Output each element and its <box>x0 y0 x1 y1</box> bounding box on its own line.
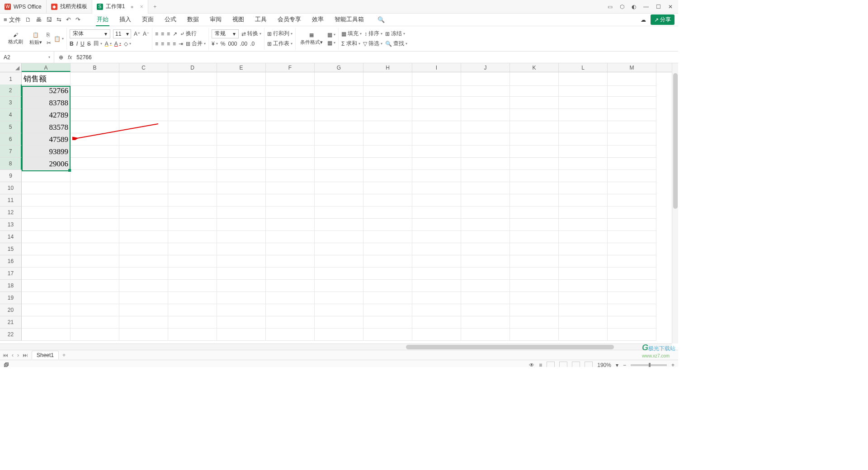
cell[interactable] <box>315 243 363 255</box>
cell[interactable] <box>461 219 510 231</box>
cell[interactable] <box>510 194 559 207</box>
tab-view[interactable]: 视图 <box>231 14 245 26</box>
cell[interactable] <box>315 316 363 329</box>
cell[interactable] <box>412 207 461 219</box>
row-header[interactable]: 6 <box>0 133 22 146</box>
cell[interactable] <box>315 329 363 341</box>
freeze-button[interactable]: ⊞冻结▾ <box>385 30 405 38</box>
font-color-button[interactable]: A▾ <box>114 41 121 47</box>
align-top-button[interactable]: ≡ <box>155 31 158 37</box>
cell[interactable] <box>363 133 412 146</box>
cell[interactable] <box>71 231 119 243</box>
cell[interactable] <box>119 231 168 243</box>
view-break-button[interactable] <box>572 362 580 367</box>
row-header[interactable]: 7 <box>0 146 22 158</box>
cell[interactable] <box>168 292 217 304</box>
cell[interactable] <box>608 231 656 243</box>
cell[interactable] <box>510 329 559 341</box>
cell[interactable] <box>22 292 71 304</box>
cell[interactable] <box>217 292 266 304</box>
cell[interactable] <box>363 170 412 182</box>
row-header[interactable]: 10 <box>0 182 22 194</box>
cell[interactable] <box>363 280 412 292</box>
cell[interactable] <box>412 316 461 329</box>
cell[interactable] <box>510 109 559 121</box>
cell[interactable]: 销售额 <box>22 72 71 86</box>
cell[interactable] <box>608 292 656 304</box>
cell[interactable] <box>559 194 608 207</box>
indent-button[interactable]: ⇥ <box>179 41 183 47</box>
cell[interactable] <box>71 268 119 280</box>
cell[interactable] <box>461 243 510 255</box>
cell[interactable] <box>71 97 119 109</box>
cell[interactable] <box>22 194 71 207</box>
row-header[interactable]: 9 <box>0 170 22 182</box>
share-button[interactable]: ↗ 分享 <box>651 14 675 25</box>
cell[interactable] <box>217 85 266 97</box>
cell[interactable] <box>363 329 412 341</box>
print-icon[interactable]: 🖶 <box>36 16 42 23</box>
cell[interactable] <box>608 243 656 255</box>
cell[interactable] <box>363 316 412 329</box>
cell[interactable] <box>608 219 656 231</box>
cell[interactable] <box>315 133 363 146</box>
cell[interactable] <box>510 280 559 292</box>
row-header[interactable]: 17 <box>0 268 22 280</box>
cell[interactable] <box>315 292 363 304</box>
cell[interactable] <box>119 133 168 146</box>
cell[interactable] <box>559 243 608 255</box>
column-header[interactable]: F <box>266 63 315 72</box>
cell[interactable] <box>266 268 315 280</box>
cell[interactable] <box>363 146 412 158</box>
cell[interactable] <box>608 316 656 329</box>
cell[interactable] <box>168 255 217 268</box>
cell[interactable] <box>217 316 266 329</box>
cell[interactable]: 83788 <box>22 97 71 109</box>
cell[interactable] <box>315 182 363 194</box>
cell[interactable] <box>22 329 71 341</box>
cell[interactable] <box>510 316 559 329</box>
cell[interactable] <box>168 207 217 219</box>
cell[interactable] <box>315 194 363 207</box>
cell[interactable] <box>217 243 266 255</box>
column-header[interactable]: A <box>22 63 71 72</box>
cell[interactable] <box>315 158 363 170</box>
cell[interactable] <box>217 158 266 170</box>
cell[interactable] <box>217 182 266 194</box>
cell[interactable] <box>608 121 656 133</box>
cell[interactable] <box>412 121 461 133</box>
cell[interactable] <box>559 304 608 316</box>
shrink-font-button[interactable]: A⁻ <box>143 31 149 37</box>
add-sheet-button[interactable]: + <box>62 352 66 358</box>
cell[interactable] <box>559 280 608 292</box>
row-header[interactable]: 8 <box>0 158 22 170</box>
row-header[interactable]: 12 <box>0 207 22 219</box>
cell[interactable] <box>217 219 266 231</box>
cell[interactable] <box>315 255 363 268</box>
cell[interactable] <box>22 182 71 194</box>
horizontal-scrollbar[interactable] <box>405 344 672 350</box>
cell[interactable] <box>412 304 461 316</box>
cell[interactable] <box>266 329 315 341</box>
align-bottom-button[interactable]: ≡ <box>167 31 170 37</box>
cell[interactable] <box>71 304 119 316</box>
cell[interactable] <box>22 255 71 268</box>
cell[interactable] <box>119 255 168 268</box>
cell[interactable] <box>363 304 412 316</box>
cell[interactable] <box>22 316 71 329</box>
row-header[interactable]: 15 <box>0 243 22 255</box>
cell[interactable] <box>266 109 315 121</box>
cell[interactable] <box>119 121 168 133</box>
cell[interactable] <box>71 85 119 97</box>
cell[interactable] <box>461 292 510 304</box>
cell[interactable] <box>22 280 71 292</box>
cell[interactable] <box>22 219 71 231</box>
cell[interactable] <box>71 207 119 219</box>
view-page-button[interactable] <box>559 362 567 367</box>
cell[interactable] <box>608 158 656 170</box>
cell[interactable] <box>119 292 168 304</box>
column-header[interactable]: E <box>217 63 266 72</box>
cell[interactable] <box>363 194 412 207</box>
column-header[interactable]: B <box>71 63 119 72</box>
cell[interactable] <box>168 243 217 255</box>
